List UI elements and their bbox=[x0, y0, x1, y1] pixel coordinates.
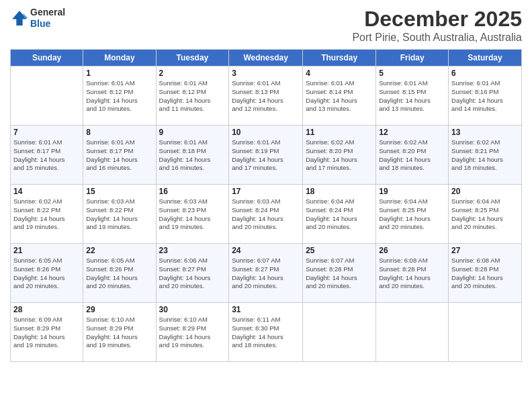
day-number: 6 bbox=[451, 68, 519, 78]
day-number: 5 bbox=[379, 68, 445, 78]
calendar-week-5: 28Sunrise: 6:09 AM Sunset: 8:29 PM Dayli… bbox=[11, 303, 522, 362]
day-number: 8 bbox=[86, 128, 152, 137]
calendar-header-wednesday: Wednesday bbox=[229, 50, 303, 66]
calendar-week-4: 21Sunrise: 6:05 AM Sunset: 8:26 PM Dayli… bbox=[11, 244, 522, 303]
day-info: Sunrise: 6:02 AM Sunset: 8:20 PM Dayligh… bbox=[306, 138, 373, 173]
day-number: 4 bbox=[306, 68, 373, 78]
day-info: Sunrise: 6:01 AM Sunset: 8:19 PM Dayligh… bbox=[232, 138, 300, 173]
calendar-header-saturday: Saturday bbox=[449, 50, 522, 66]
day-number: 23 bbox=[159, 246, 226, 255]
day-info: Sunrise: 6:01 AM Sunset: 8:13 PM Dayligh… bbox=[232, 79, 300, 113]
day-info: Sunrise: 6:10 AM Sunset: 8:29 PM Dayligh… bbox=[159, 316, 226, 350]
day-number: 29 bbox=[86, 305, 152, 314]
calendar-week-2: 7Sunrise: 6:01 AM Sunset: 8:17 PM Daylig… bbox=[11, 126, 522, 185]
day-number: 11 bbox=[306, 128, 373, 137]
day-number: 14 bbox=[13, 187, 80, 196]
day-info: Sunrise: 6:01 AM Sunset: 8:14 PM Dayligh… bbox=[306, 79, 373, 113]
day-number: 26 bbox=[379, 246, 445, 255]
day-info: Sunrise: 6:06 AM Sunset: 8:27 PM Dayligh… bbox=[159, 257, 226, 291]
logo-icon bbox=[10, 9, 29, 28]
day-number: 3 bbox=[232, 68, 300, 78]
day-number: 30 bbox=[159, 305, 226, 314]
day-number: 28 bbox=[13, 305, 80, 314]
day-number: 10 bbox=[232, 128, 300, 137]
day-number: 16 bbox=[159, 187, 226, 196]
title-block: December 2025 Port Pirie, South Australi… bbox=[352, 7, 522, 44]
calendar-cell: 29Sunrise: 6:10 AM Sunset: 8:29 PM Dayli… bbox=[83, 303, 156, 362]
calendar-cell: 19Sunrise: 6:04 AM Sunset: 8:25 PM Dayli… bbox=[376, 185, 449, 244]
day-info: Sunrise: 6:01 AM Sunset: 8:12 PM Dayligh… bbox=[86, 79, 152, 113]
day-number: 20 bbox=[451, 187, 519, 196]
calendar-cell: 12Sunrise: 6:02 AM Sunset: 8:20 PM Dayli… bbox=[376, 126, 449, 185]
logo-text-blue: Blue bbox=[30, 18, 65, 30]
calendar-cell bbox=[376, 303, 449, 362]
day-info: Sunrise: 6:11 AM Sunset: 8:30 PM Dayligh… bbox=[232, 316, 300, 350]
day-number: 15 bbox=[86, 187, 152, 196]
calendar-cell: 11Sunrise: 6:02 AM Sunset: 8:20 PM Dayli… bbox=[303, 126, 376, 185]
calendar-cell: 21Sunrise: 6:05 AM Sunset: 8:26 PM Dayli… bbox=[11, 244, 83, 303]
day-number: 17 bbox=[232, 187, 300, 196]
day-number: 7 bbox=[13, 128, 80, 137]
calendar-cell: 1Sunrise: 6:01 AM Sunset: 8:12 PM Daylig… bbox=[83, 66, 156, 126]
day-info: Sunrise: 6:04 AM Sunset: 8:24 PM Dayligh… bbox=[306, 197, 373, 232]
day-number: 9 bbox=[159, 128, 226, 137]
day-info: Sunrise: 6:03 AM Sunset: 8:22 PM Dayligh… bbox=[86, 197, 152, 232]
day-number: 22 bbox=[86, 246, 152, 255]
calendar-cell bbox=[11, 66, 83, 126]
calendar-header-tuesday: Tuesday bbox=[156, 50, 229, 66]
logo-text-general: General bbox=[30, 7, 65, 18]
day-info: Sunrise: 6:01 AM Sunset: 8:17 PM Dayligh… bbox=[13, 138, 80, 173]
calendar-header-row: SundayMondayTuesdayWednesdayThursdayFrid… bbox=[11, 50, 522, 66]
day-number: 31 bbox=[232, 305, 300, 314]
calendar-header-friday: Friday bbox=[376, 50, 449, 66]
calendar-header-sunday: Sunday bbox=[11, 50, 83, 66]
calendar-cell: 28Sunrise: 6:09 AM Sunset: 8:29 PM Dayli… bbox=[11, 303, 83, 362]
day-number: 19 bbox=[379, 187, 445, 196]
calendar-cell: 9Sunrise: 6:01 AM Sunset: 8:18 PM Daylig… bbox=[156, 126, 229, 185]
calendar-cell: 23Sunrise: 6:06 AM Sunset: 8:27 PM Dayli… bbox=[156, 244, 229, 303]
svg-marker-0 bbox=[12, 11, 27, 26]
calendar-cell: 4Sunrise: 6:01 AM Sunset: 8:14 PM Daylig… bbox=[303, 66, 376, 126]
day-info: Sunrise: 6:01 AM Sunset: 8:16 PM Dayligh… bbox=[451, 79, 519, 113]
day-number: 25 bbox=[306, 246, 373, 255]
calendar-cell bbox=[449, 303, 522, 362]
day-info: Sunrise: 6:08 AM Sunset: 8:28 PM Dayligh… bbox=[451, 257, 519, 291]
day-number: 1 bbox=[86, 68, 152, 78]
page: General Blue December 2025 Port Pirie, S… bbox=[0, 0, 532, 411]
calendar-cell: 26Sunrise: 6:08 AM Sunset: 8:28 PM Dayli… bbox=[376, 244, 449, 303]
calendar-cell: 31Sunrise: 6:11 AM Sunset: 8:30 PM Dayli… bbox=[229, 303, 303, 362]
day-info: Sunrise: 6:02 AM Sunset: 8:22 PM Dayligh… bbox=[13, 197, 80, 232]
calendar-cell: 10Sunrise: 6:01 AM Sunset: 8:19 PM Dayli… bbox=[229, 126, 303, 185]
calendar-cell bbox=[303, 303, 376, 362]
day-number: 21 bbox=[13, 246, 80, 255]
calendar-cell: 20Sunrise: 6:04 AM Sunset: 8:25 PM Dayli… bbox=[449, 185, 522, 244]
day-info: Sunrise: 6:05 AM Sunset: 8:26 PM Dayligh… bbox=[86, 257, 152, 291]
calendar: SundayMondayTuesdayWednesdayThursdayFrid… bbox=[10, 49, 522, 362]
calendar-cell: 7Sunrise: 6:01 AM Sunset: 8:17 PM Daylig… bbox=[11, 126, 83, 185]
day-info: Sunrise: 6:02 AM Sunset: 8:20 PM Dayligh… bbox=[379, 138, 445, 173]
day-info: Sunrise: 6:01 AM Sunset: 8:18 PM Dayligh… bbox=[159, 138, 226, 173]
subtitle: Port Pirie, South Australia, Australia bbox=[352, 32, 522, 44]
day-info: Sunrise: 6:08 AM Sunset: 8:28 PM Dayligh… bbox=[379, 257, 445, 291]
calendar-cell: 14Sunrise: 6:02 AM Sunset: 8:22 PM Dayli… bbox=[11, 185, 83, 244]
day-info: Sunrise: 6:01 AM Sunset: 8:17 PM Dayligh… bbox=[86, 138, 152, 173]
calendar-cell: 24Sunrise: 6:07 AM Sunset: 8:27 PM Dayli… bbox=[229, 244, 303, 303]
day-info: Sunrise: 6:05 AM Sunset: 8:26 PM Dayligh… bbox=[13, 257, 80, 291]
day-info: Sunrise: 6:04 AM Sunset: 8:25 PM Dayligh… bbox=[451, 197, 519, 232]
day-number: 24 bbox=[232, 246, 300, 255]
day-number: 13 bbox=[451, 128, 519, 137]
day-number: 2 bbox=[159, 68, 226, 78]
day-info: Sunrise: 6:01 AM Sunset: 8:15 PM Dayligh… bbox=[379, 79, 445, 113]
day-info: Sunrise: 6:02 AM Sunset: 8:21 PM Dayligh… bbox=[451, 138, 519, 173]
calendar-cell: 27Sunrise: 6:08 AM Sunset: 8:28 PM Dayli… bbox=[449, 244, 522, 303]
calendar-cell: 22Sunrise: 6:05 AM Sunset: 8:26 PM Dayli… bbox=[83, 244, 156, 303]
calendar-cell: 30Sunrise: 6:10 AM Sunset: 8:29 PM Dayli… bbox=[156, 303, 229, 362]
calendar-cell: 17Sunrise: 6:03 AM Sunset: 8:24 PM Dayli… bbox=[229, 185, 303, 244]
day-info: Sunrise: 6:01 AM Sunset: 8:12 PM Dayligh… bbox=[159, 79, 226, 113]
day-info: Sunrise: 6:03 AM Sunset: 8:24 PM Dayligh… bbox=[232, 197, 300, 232]
calendar-cell: 2Sunrise: 6:01 AM Sunset: 8:12 PM Daylig… bbox=[156, 66, 229, 126]
calendar-week-1: 1Sunrise: 6:01 AM Sunset: 8:12 PM Daylig… bbox=[11, 66, 522, 126]
calendar-cell: 3Sunrise: 6:01 AM Sunset: 8:13 PM Daylig… bbox=[229, 66, 303, 126]
calendar-cell: 13Sunrise: 6:02 AM Sunset: 8:21 PM Dayli… bbox=[449, 126, 522, 185]
day-info: Sunrise: 6:07 AM Sunset: 8:28 PM Dayligh… bbox=[306, 257, 373, 291]
